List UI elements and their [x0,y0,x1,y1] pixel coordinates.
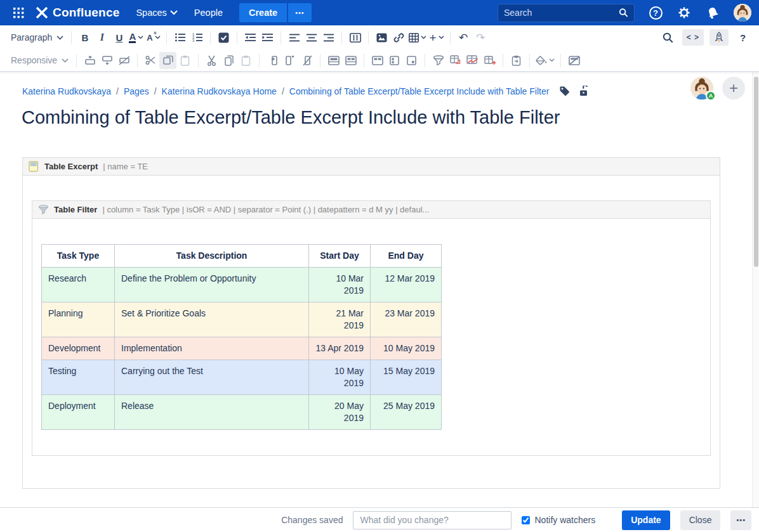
table-filter-macro-header[interactable]: Table Filter | column = Task Type | isOR… [32,201,710,219]
cell-start-day[interactable]: 21 Mar 2019 [309,302,371,337]
insert-more-content-dropdown[interactable]: + [428,29,445,46]
column-header-task-type[interactable]: Task Type [42,245,115,268]
launch-assistant-button[interactable] [710,29,729,46]
confluence-logo[interactable]: Confluence [36,6,119,20]
cell-task-type[interactable]: Testing [42,360,115,395]
find-replace-button[interactable] [659,29,676,46]
cell-task-type[interactable]: Development [42,337,115,360]
nav-people[interactable]: People [194,8,223,18]
cell-end-day[interactable]: 10 May 2019 [371,337,442,360]
table-excerpt-macro[interactable]: Table Excerpt | name = TE Table Filter |… [22,157,720,489]
editor-help-button[interactable]: ? [734,29,751,46]
cell-end-day[interactable]: 15 May 2019 [371,360,442,395]
bullet-list-button[interactable] [171,29,188,46]
nav-spaces[interactable]: Spaces [136,8,177,18]
insert-row-after-button[interactable] [98,52,116,69]
insert-column-after-button[interactable] [281,52,298,69]
column-header-start-day[interactable]: Start Day [309,245,371,268]
breadcrumb-home[interactable]: Katerina Rudkovskaya Home [162,86,277,96]
table-filter-button[interactable] [430,52,447,69]
align-right-button[interactable] [320,29,337,46]
heading-column-button[interactable] [386,52,403,69]
settings-button[interactable] [676,5,692,20]
paste-column-button[interactable] [237,52,254,69]
pivot-chart-button[interactable] [464,52,481,69]
indent-button[interactable] [259,29,276,46]
cell-end-day[interactable]: 12 Mar 2019 [371,268,442,302]
align-left-button[interactable] [286,29,303,46]
notify-watchers-checkbox[interactable] [522,516,530,524]
footer-more-button[interactable]: ••• [730,510,751,530]
insert-column-before-button[interactable] [264,52,281,69]
insert-link-button[interactable] [390,29,407,46]
delete-column-button[interactable] [298,52,315,69]
delete-row-button[interactable] [116,52,133,69]
paste-row-button[interactable] [176,52,194,69]
cell-task-description[interactable]: Set & Prioritize Goals [115,302,309,337]
user-avatar[interactable] [734,4,751,22]
cell-color-dropdown[interactable] [534,52,556,69]
redo-button[interactable]: ↷ [472,29,489,46]
cell-task-type[interactable]: Planning [42,302,115,337]
align-center-button[interactable] [303,29,320,46]
undo-button[interactable]: ↶ [455,29,472,46]
breadcrumb-space[interactable]: Katerina Rudkovskaya [22,86,111,96]
cell-start-day[interactable]: 20 May 2019 [309,395,371,430]
invite-collaborator-button[interactable]: + [722,77,745,100]
cell-start-day[interactable]: 10 May 2019 [309,360,371,395]
page-title[interactable]: Combining of Table Excerpt/Table Excerpt… [22,107,759,128]
add-table-button[interactable] [481,52,498,69]
heading-row-button[interactable] [369,52,386,69]
global-search[interactable] [498,4,635,22]
create-button[interactable]: Create [239,3,287,22]
table-excerpt-macro-header[interactable]: Table Excerpt | name = TE [23,158,720,176]
app-switcher-icon[interactable] [8,3,29,23]
column-header-task-description[interactable]: Task Description [115,245,309,268]
insert-image-button[interactable] [373,29,390,46]
copy-column-button[interactable] [220,52,237,69]
remove-table-button[interactable] [565,52,583,69]
cell-end-day[interactable]: 23 Mar 2019 [371,302,442,337]
breadcrumb-current-page[interactable]: Combining of Table Excerpt/Table Excerpt… [289,86,550,96]
cell-task-description[interactable]: Define the Problem or Opportunity [115,268,309,302]
breadcrumb-pages[interactable]: Pages [124,86,149,96]
paragraph-style-dropdown[interactable]: Paragraph [8,32,67,42]
vertical-scrollbar[interactable] [752,72,759,507]
version-comment-input[interactable] [353,511,512,529]
numbered-list-button[interactable]: 123 [188,29,206,46]
update-button[interactable]: Update [622,510,670,530]
import-table-button[interactable] [508,52,525,69]
cell-task-description[interactable]: Release [115,395,309,430]
cut-row-button[interactable] [142,52,159,69]
heading-cell-button[interactable] [403,52,420,69]
help-button[interactable]: ? [648,5,663,20]
split-cells-button[interactable] [342,52,359,69]
bold-button[interactable]: B [76,29,93,46]
cell-start-day[interactable]: 13 Apr 2019 [309,337,371,360]
cell-task-description[interactable]: Implementation [115,337,309,360]
source-editor-button[interactable]: < > [682,29,704,46]
editor-content-area[interactable]: Katerina Rudkovskaya / Pages / Katerina … [0,72,759,507]
table-filter-macro[interactable]: Table Filter | column = Task Type | isOR… [32,200,711,456]
cell-end-day[interactable]: 25 May 2019 [371,395,442,430]
cut-column-button[interactable] [203,52,220,69]
scrollbar-thumb[interactable] [754,77,758,267]
create-more-button[interactable]: ••• [287,3,312,22]
more-formatting-dropdown[interactable]: A [145,29,162,46]
merge-cells-button[interactable] [325,52,342,69]
labels-tag-icon[interactable] [559,86,570,96]
unlocked-icon[interactable] [579,86,588,96]
task-list-button[interactable] [215,29,232,46]
copy-row-button[interactable] [159,52,176,69]
cell-task-description[interactable]: Carrying out the Test [115,360,309,395]
column-header-end-day[interactable]: End Day [371,245,442,268]
close-button[interactable]: Close [680,510,721,530]
search-input[interactable] [504,8,619,18]
cell-start-day[interactable]: 10 Mar 2019 [309,268,371,302]
insert-row-before-button[interactable] [81,52,98,69]
text-color-dropdown[interactable]: A [128,29,145,46]
cell-task-type[interactable]: Research [42,268,115,302]
notifications-button[interactable] [705,5,720,20]
page-layout-button[interactable] [346,29,364,46]
cell-task-type[interactable]: Deployment [42,395,115,430]
